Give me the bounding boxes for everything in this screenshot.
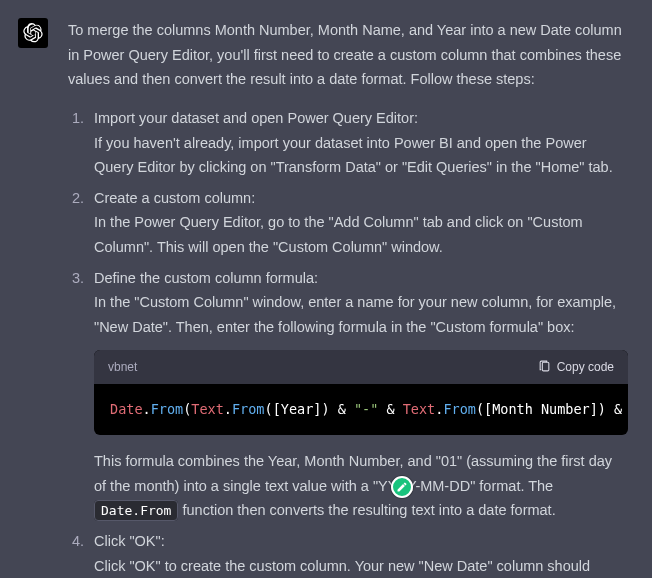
code-header: vbnet Copy code [94, 350, 628, 384]
svg-rect-0 [542, 363, 549, 372]
code-block: vbnet Copy code Date.From(Text.From([Yea… [94, 350, 628, 435]
copy-code-button[interactable]: Copy code [538, 357, 614, 377]
inline-code: Date.From [94, 500, 178, 521]
step-body: In the Power Query Editor, go to the "Ad… [94, 210, 628, 259]
steps-list: Import your dataset and open Power Query… [68, 106, 628, 578]
step-item: Define the custom column formula: In the… [88, 266, 628, 523]
copy-code-label: Copy code [557, 357, 614, 377]
openai-logo-icon [23, 23, 43, 43]
edit-cursor-icon[interactable] [391, 476, 413, 498]
clipboard-icon [538, 360, 551, 373]
code-language-label: vbnet [108, 357, 137, 377]
step-item: Create a custom column: In the Power Que… [88, 186, 628, 260]
step-body: Click "OK" to create the custom column. … [94, 554, 628, 578]
step-after-code: This formula combines the Year, Month Nu… [94, 453, 612, 518]
code-content[interactable]: Date.From(Text.From([Year]) & "-" & Text… [94, 384, 628, 435]
step-body: In the "Custom Column" window, enter a n… [94, 290, 628, 339]
assistant-message: To merge the columns Month Number, Month… [0, 0, 652, 578]
step-body: If you haven't already, import your data… [94, 131, 628, 180]
step-item: Import your dataset and open Power Query… [88, 106, 628, 180]
assistant-avatar [18, 18, 48, 48]
step-title: Define the custom column formula: [94, 270, 318, 286]
message-content: To merge the columns Month Number, Month… [68, 18, 634, 578]
step-title: Create a custom column: [94, 190, 255, 206]
step-title: Import your dataset and open Power Query… [94, 110, 418, 126]
step-title: Click "OK": [94, 533, 165, 549]
intro-paragraph: To merge the columns Month Number, Month… [68, 18, 628, 92]
step-item: Click "OK": Click "OK" to create the cus… [88, 529, 628, 578]
